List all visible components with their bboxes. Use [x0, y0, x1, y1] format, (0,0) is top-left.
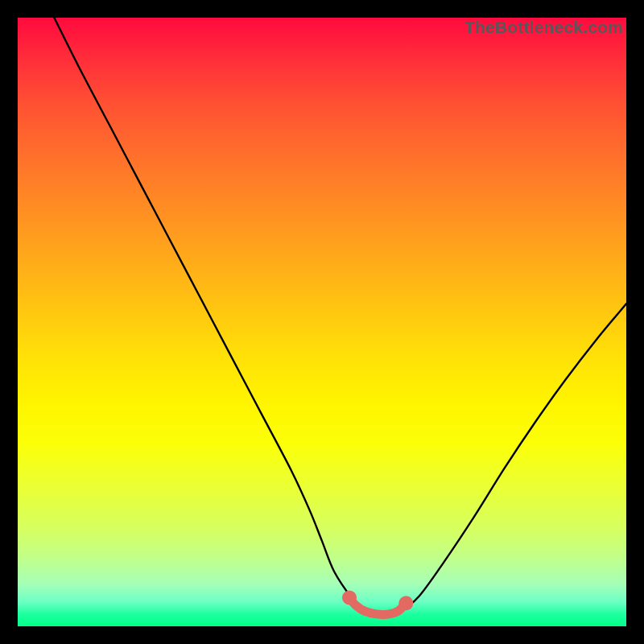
watermark-text: TheBottleneck.com [464, 18, 623, 37]
optimal-zone-endpoint [398, 596, 413, 610]
chart-svg [18, 18, 626, 626]
chart-frame: TheBottleneck.com [0, 0, 644, 644]
optimal-zone-endpoint [342, 590, 357, 605]
bottleneck-curve [54, 18, 626, 614]
optimal-zone-stroke [349, 597, 406, 614]
plot-area: TheBottleneck.com [18, 18, 626, 626]
